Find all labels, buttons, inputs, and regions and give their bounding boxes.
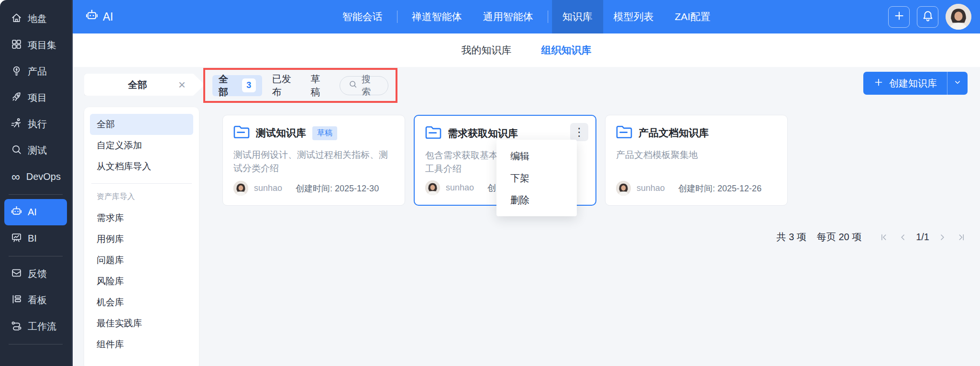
sidebar-item-label: 反馈 [28, 267, 47, 280]
add-button[interactable] [888, 6, 910, 28]
robot-icon [11, 205, 22, 220]
topnav-divider [397, 11, 397, 23]
kebab-icon: ⋮ [574, 126, 585, 139]
sidebar-item-ai[interactable]: AI [4, 199, 67, 225]
category-item-risk-lib[interactable]: 风险库 [90, 271, 193, 292]
pagination-current-page: 1/1 [916, 232, 929, 243]
user-avatar[interactable] [946, 4, 971, 30]
sidebar-item-devops[interactable]: ∞ DevOps [4, 164, 67, 190]
sidebar-item-product[interactable]: 产品 [4, 58, 67, 85]
sidebar-item-execution[interactable]: 执行 [4, 111, 67, 137]
sidebar-item-feedback[interactable]: 反馈 [4, 261, 67, 287]
last-page-button[interactable] [955, 231, 968, 244]
category-item-best-practice-lib[interactable]: 最佳实践库 [90, 313, 193, 334]
folder-icon [233, 125, 250, 141]
menu-item-unpublish[interactable]: 下架 [496, 167, 577, 189]
sidebar-divider [9, 256, 63, 256]
search-label: 搜索 [362, 73, 380, 98]
status-filter-all[interactable]: 全部 3 [212, 75, 262, 96]
topnav-item-knowledge-base[interactable]: 知识库 [552, 0, 603, 33]
category-panel: 全部 自定义添加 从文档库导入 资产库导入 需求库 用例库 问题库 风险库 机会… [84, 107, 199, 366]
created-time: 创 [487, 182, 496, 194]
notifications-button[interactable] [917, 6, 938, 28]
prev-page-button[interactable] [897, 231, 909, 244]
status-filter-draft[interactable]: 草稿 [310, 73, 330, 99]
status-filter-published[interactable]: 已发布 [272, 73, 301, 99]
grid-icon [11, 38, 22, 53]
pagination-page-size[interactable]: 每页 20 项 [817, 231, 861, 244]
topbar-actions [888, 4, 971, 30]
search-button[interactable]: 搜索 [340, 76, 388, 95]
category-item-import-doc[interactable]: 从文档库导入 [90, 156, 193, 177]
robot-icon [85, 9, 99, 25]
topnav-divider [548, 11, 548, 23]
top-navigation: 智能会话 禅道智能体 通用智能体 知识库 模型列表 ZAI配置 [332, 0, 721, 33]
sidebar-item-bi[interactable]: BI [4, 225, 67, 252]
search-icon [348, 79, 358, 91]
menu-item-delete[interactable]: 删除 [496, 189, 577, 211]
owner-name: sunhao [637, 183, 665, 193]
topnav-item-smart-chat[interactable]: 智能会话 [332, 0, 393, 33]
create-dropdown-toggle[interactable] [947, 72, 968, 95]
sidebar-item-label: 产品 [28, 65, 47, 78]
sidebar-item-label: 工作流 [28, 320, 56, 333]
owner-avatar [233, 181, 248, 196]
sidebar-item-label: AI [28, 207, 37, 218]
topnav-item-zentao-agent[interactable]: 禅道智能体 [401, 0, 473, 33]
category-item-component-lib[interactable]: 组件库 [90, 334, 193, 355]
sidebar-item-kanban[interactable]: 看板 [4, 287, 67, 313]
category-item-custom-add[interactable]: 自定义添加 [90, 135, 193, 156]
tab-my-knowledge-base[interactable]: 我的知识库 [462, 44, 512, 57]
sidebar-item-label: 执行 [28, 118, 47, 131]
topnav-item-zai-config[interactable]: ZAI配置 [664, 0, 721, 33]
pagination: 共 3 项 每页 20 项 1/1 [777, 231, 968, 244]
created-time: 创建时间: 2025-12-30 [296, 183, 379, 194]
owner-name: sunhao [446, 183, 474, 193]
menu-item-edit[interactable]: 编辑 [496, 145, 577, 167]
tab-org-knowledge-base[interactable]: 组织知识库 [541, 44, 592, 57]
sidebar-item-program[interactable]: 项目集 [4, 32, 67, 58]
card-description: 产品文档模板聚集地 [616, 148, 777, 162]
card-title: 需求获取知识库 [448, 127, 518, 140]
bell-icon [922, 10, 934, 24]
plus-icon [873, 77, 884, 90]
sidebar-item-project[interactable]: 项目 [4, 85, 67, 111]
content-area: 全部 × 全部 自定义添加 从文档库导入 资产库导入 需求库 用例库 问题库 风… [73, 67, 980, 366]
knowledge-base-card-product-doc[interactable]: 产品文档知识库 产品文档模板聚集地 sunhao 创建时间: 2025-12-2… [605, 115, 788, 206]
knowledge-base-card-test[interactable]: 测试知识库 草稿 测试用例设计、测试过程相关指标、测试分类介绍 sunhao 创… [222, 115, 405, 206]
card-title: 产品文档知识库 [639, 126, 709, 140]
category-item-all[interactable]: 全部 [90, 114, 193, 135]
topnav-item-model-list[interactable]: 模型列表 [603, 0, 664, 33]
category-item-opportunity-lib[interactable]: 机会库 [90, 292, 193, 313]
first-page-button[interactable] [878, 231, 890, 244]
create-knowledge-base-main[interactable]: 创建知识库 [863, 72, 947, 95]
sidebar-item-workflow[interactable]: 工作流 [4, 313, 67, 340]
rocket-icon [11, 91, 22, 105]
topnav-item-general-agent[interactable]: 通用智能体 [473, 0, 544, 33]
close-icon[interactable]: × [178, 78, 186, 91]
sidebar-item-label: 测试 [28, 144, 47, 157]
next-page-button[interactable] [936, 231, 948, 244]
plus-icon [893, 10, 905, 24]
category-item-requirement-lib[interactable]: 需求库 [90, 208, 193, 229]
card-footer: sunhao 创建时间: 2025-12-30 [233, 181, 394, 196]
card-footer: sunhao 创建时间: 2025-12-26 [616, 181, 777, 196]
sidebar-divider [9, 344, 63, 344]
sidebar-item-testing[interactable]: 测试 [4, 137, 67, 164]
sidebar-divider [9, 194, 63, 195]
filter-scope-tab[interactable]: 全部 × [84, 74, 205, 96]
app-window: 地盘 项目集 产品 项目 执行 测试 ∞ DevOps AI [0, 0, 980, 366]
sidebar-item-label: 地盘 [28, 12, 47, 25]
workflow-icon [11, 320, 22, 334]
card-header: 产品文档知识库 [616, 125, 777, 141]
sidebar-item-label: 项目集 [28, 39, 56, 52]
sidebar-item-dashboard[interactable]: 地盘 [4, 6, 67, 32]
card-description: 测试用例设计、测试过程相关指标、测试分类介绍 [233, 148, 394, 175]
card-more-actions-button[interactable]: ⋮ [570, 123, 588, 141]
sidebar: 地盘 项目集 产品 项目 执行 测试 ∞ DevOps AI [0, 0, 73, 366]
category-item-usecase-lib[interactable]: 用例库 [90, 229, 193, 250]
category-item-issue-lib[interactable]: 问题库 [90, 250, 193, 271]
status-filter-all-count: 3 [242, 78, 256, 92]
app-logo-label: AI [103, 11, 113, 23]
folder-icon [425, 125, 441, 142]
